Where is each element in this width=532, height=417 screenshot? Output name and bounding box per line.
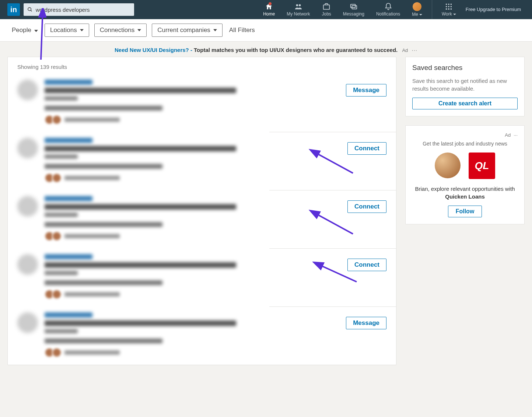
- ad-menu-icon[interactable]: ···: [412, 47, 417, 53]
- connect-button[interactable]: Connect: [347, 142, 386, 155]
- result-action: Connect: [347, 196, 386, 241]
- filter-locations[interactable]: Locations: [45, 24, 89, 37]
- message-button[interactable]: Message: [346, 317, 386, 329]
- chevron-down-icon: [213, 29, 217, 31]
- shared-connections[interactable]: [45, 290, 347, 299]
- ad-link[interactable]: Need New UX/UI Designers? -: [115, 47, 192, 53]
- linkedin-logo[interactable]: in: [7, 3, 20, 16]
- profile-current: [45, 222, 162, 227]
- filter-people[interactable]: People: [10, 24, 39, 36]
- profile-name[interactable]: [45, 138, 92, 143]
- nav-home[interactable]: Home: [257, 3, 281, 17]
- connect-button[interactable]: Connect: [347, 200, 386, 213]
- message-button[interactable]: Message: [346, 84, 386, 97]
- profile-location: [45, 213, 78, 217]
- svg-point-15: [451, 8, 452, 10]
- svg-line-1: [31, 10, 32, 11]
- profile-name[interactable]: [45, 80, 92, 85]
- chevron-down-icon: [34, 30, 38, 32]
- shared-connections[interactable]: [45, 231, 347, 241]
- profile-avatar[interactable]: [17, 80, 38, 100]
- connect-button[interactable]: Connect: [347, 259, 386, 271]
- result-item: Connect: [8, 248, 396, 306]
- nav-notifications[interactable]: Notifications: [370, 3, 406, 17]
- profile-name[interactable]: [45, 254, 92, 259]
- nav-label: Home: [263, 11, 275, 17]
- chevron-down-icon: [453, 14, 456, 15]
- filter-connections[interactable]: Connections: [94, 24, 147, 37]
- svg-point-11: [448, 6, 449, 7]
- nav-label: Jobs: [322, 11, 331, 17]
- svg-point-7: [446, 4, 447, 5]
- network-icon: [294, 3, 302, 11]
- profile-location: [45, 96, 78, 101]
- sidebar-ad-card: Ad ··· Get the latest jobs and industry …: [405, 125, 525, 224]
- filter-bar: People Locations Connections Current com…: [0, 19, 532, 42]
- nav-me[interactable]: Me: [406, 2, 428, 17]
- shared-text: [64, 118, 120, 122]
- svg-rect-6: [352, 6, 357, 9]
- nav-label: Me: [412, 12, 422, 17]
- filter-all[interactable]: All Filters: [228, 24, 256, 36]
- shared-text: [64, 234, 120, 238]
- profile-headline: [45, 204, 236, 210]
- profile-name[interactable]: [45, 196, 92, 201]
- shared-connections[interactable]: [45, 115, 346, 125]
- container: Showing 139 results Message: [0, 57, 532, 372]
- ad-profile-photo: [435, 153, 461, 178]
- nav-messaging[interactable]: Messaging: [337, 3, 370, 17]
- result-item: Message: [8, 74, 396, 132]
- chevron-down-icon: [80, 29, 84, 31]
- shared-connections[interactable]: [45, 348, 346, 357]
- result-body: [45, 254, 347, 299]
- profile-current: [45, 339, 162, 343]
- shared-avatar-icon: [52, 290, 62, 299]
- profile-avatar[interactable]: [17, 312, 38, 333]
- profile-avatar[interactable]: [17, 254, 38, 275]
- saved-searches-desc: Save this search to get notified as new …: [412, 77, 518, 92]
- nav-items: Home My Network Jobs Messaging Notificat…: [257, 0, 525, 19]
- ad-banner: Need New UX/UI Designers? - Toptal match…: [0, 42, 532, 57]
- result-action: Message: [346, 312, 386, 357]
- svg-rect-4: [323, 5, 330, 9]
- profile-name[interactable]: [45, 312, 92, 318]
- svg-point-3: [299, 4, 301, 6]
- svg-point-14: [448, 8, 449, 10]
- result-item: Connect: [8, 190, 396, 248]
- result-item: Connect: [8, 132, 396, 190]
- nav-work[interactable]: Work: [436, 3, 462, 17]
- profile-current: [45, 106, 162, 111]
- nav-label: Notifications: [376, 11, 400, 17]
- svg-point-9: [451, 4, 452, 5]
- profile-current: [45, 164, 162, 169]
- search-input[interactable]: [36, 7, 130, 13]
- result-item: Message: [8, 306, 396, 365]
- nav-network[interactable]: My Network: [281, 3, 316, 17]
- profile-avatar[interactable]: [17, 138, 38, 158]
- result-action: Connect: [347, 138, 386, 183]
- sidebar: Saved searches Save this search to get n…: [405, 57, 525, 365]
- sidebar-ad-header: Ad ···: [412, 132, 518, 138]
- svg-point-13: [446, 8, 447, 10]
- follow-button[interactable]: Follow: [448, 206, 482, 217]
- create-alert-button[interactable]: Create search alert: [412, 98, 518, 109]
- saved-searches-card: Saved searches Save this search to get n…: [405, 57, 525, 116]
- ad-menu-icon[interactable]: ···: [514, 132, 518, 138]
- briefcase-icon: [322, 3, 330, 11]
- profile-avatar[interactable]: [17, 196, 38, 217]
- svg-point-12: [451, 6, 452, 7]
- profile-location: [45, 271, 78, 275]
- svg-point-0: [28, 7, 31, 11]
- search-box[interactable]: [24, 3, 134, 16]
- nav-label: Work: [442, 11, 456, 17]
- filter-companies[interactable]: Current companies: [152, 24, 223, 37]
- avatar-icon: [413, 2, 421, 11]
- svg-point-2: [296, 4, 298, 6]
- shared-connections[interactable]: [45, 173, 347, 183]
- messaging-icon: [350, 3, 358, 11]
- bell-icon: [384, 3, 392, 11]
- svg-point-10: [446, 6, 447, 7]
- chevron-down-icon: [419, 14, 422, 15]
- premium-link[interactable]: Free Upgrade to Premium: [462, 7, 525, 13]
- nav-jobs[interactable]: Jobs: [316, 3, 337, 17]
